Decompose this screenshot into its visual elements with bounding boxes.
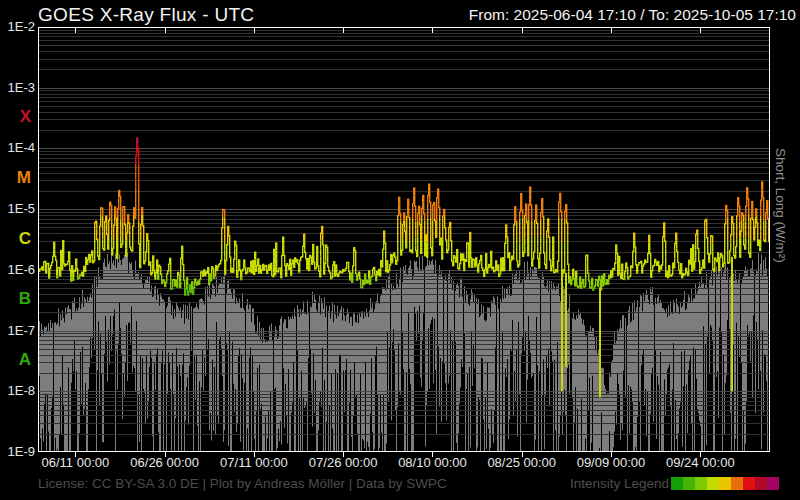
x-axis-tick-mark (165, 452, 166, 457)
y-axis-tick-label: 1E-8 (0, 383, 35, 398)
legend-color-segment (695, 477, 707, 490)
intensity-legend-label: Intensity Legend (570, 476, 669, 491)
legend-color-segment (683, 477, 695, 490)
right-axis-label: Short, Long (W/m²) (773, 148, 788, 263)
x-axis-tick-label: 07/26 00:00 (297, 455, 389, 470)
legend-color-segment (767, 477, 779, 490)
xray-flux-chart-canvas (38, 27, 770, 452)
x-axis-tick-label: 08/25 00:00 (476, 455, 568, 470)
legend-color-segment (731, 477, 743, 490)
legend-color-segment (719, 477, 731, 490)
legend-color-segment (743, 477, 755, 490)
legend-color-segment (707, 477, 719, 490)
y-axis-tick-label: 1E-4 (0, 140, 35, 155)
intensity-legend-bar (671, 477, 779, 490)
x-axis-tick-label: 06/26 00:00 (119, 455, 211, 470)
page-title: GOES X-Ray Flux - UTC (38, 4, 254, 26)
y-axis-tick-label: 1E-2 (0, 19, 35, 34)
x-axis-tick-mark (700, 452, 701, 457)
goes-xray-flux-app: GOES X-Ray Flux - UTC From: 2025-06-04 1… (0, 0, 800, 500)
intensity-legend: Intensity Legend (570, 476, 779, 491)
x-axis-tick-mark (432, 452, 433, 457)
y-axis-tick-label: 1E-3 (0, 80, 35, 95)
legend-color-segment (671, 477, 683, 490)
legend-color-segment (755, 477, 767, 490)
x-axis-tick-label: 08/10 00:00 (386, 455, 478, 470)
flux-class-letter: M (0, 168, 31, 188)
x-axis-tick-label: 07/11 00:00 (208, 455, 300, 470)
x-axis-tick-mark (254, 452, 255, 457)
date-range: From: 2025-06-04 17:10 / To: 2025-10-05 … (469, 6, 796, 24)
x-axis-tick-mark (522, 452, 523, 457)
x-axis-tick-label: 09/09 00:00 (565, 455, 657, 470)
y-axis-tick-label: 1E-7 (0, 323, 35, 338)
x-axis-tick-mark (343, 452, 344, 457)
flux-class-letter: C (0, 229, 31, 249)
y-axis-tick-label: 1E-6 (0, 262, 35, 277)
flux-class-letter: A (0, 350, 31, 370)
y-axis-tick-label: 1E-5 (0, 201, 35, 216)
flux-class-letter: B (0, 289, 31, 309)
x-axis-tick-mark (75, 452, 76, 457)
x-axis-tick-label: 09/24 00:00 (654, 455, 746, 470)
x-axis-tick-label: 06/11 00:00 (29, 455, 121, 470)
flux-class-letter: X (0, 107, 31, 127)
license-text: License: CC BY-SA 3.0 DE | Plot by Andre… (38, 476, 447, 491)
x-axis-tick-mark (611, 452, 612, 457)
